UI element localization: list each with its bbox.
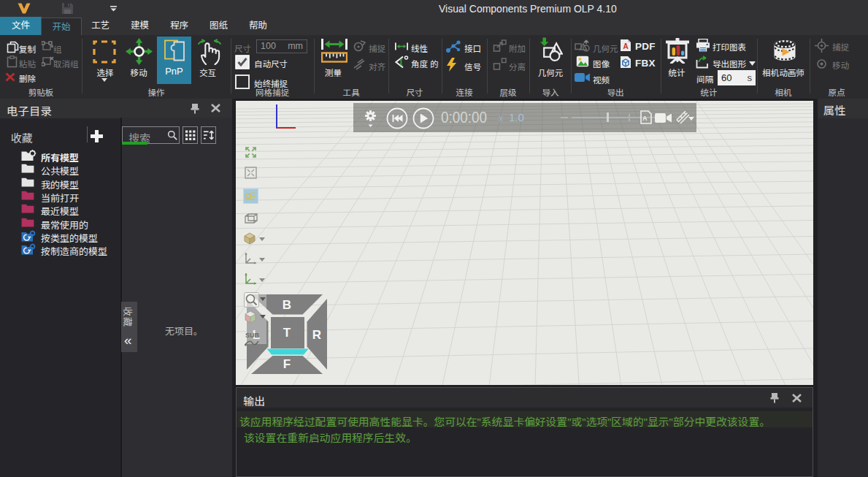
svg-text:A: A — [642, 115, 648, 122]
svg-text:A: A — [623, 42, 629, 50]
svg-text:T: T — [283, 326, 291, 340]
svg-text:F: F — [283, 357, 291, 371]
svg-text:B: B — [283, 298, 291, 312]
svg-text:R: R — [312, 328, 321, 342]
